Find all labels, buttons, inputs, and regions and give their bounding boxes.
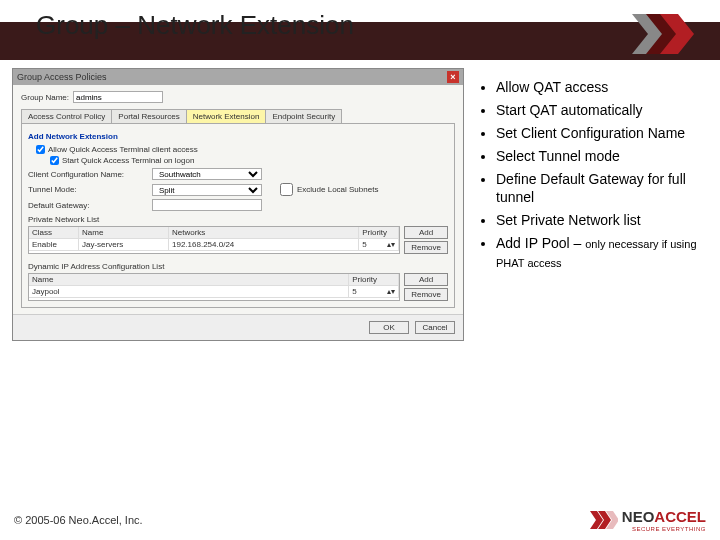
stepper-icon[interactable]: ▴▾ bbox=[387, 287, 395, 296]
ip-pool-table: Name Priority Jaypool 5▴▾ bbox=[28, 273, 400, 301]
list-item: Set Private Network list bbox=[496, 211, 710, 230]
private-network-label: Private Network List bbox=[28, 215, 448, 224]
list-item: Add IP Pool – only necessary if using PH… bbox=[496, 234, 710, 272]
tunnel-mode-select[interactable]: Split bbox=[152, 184, 262, 196]
dialog-title-text: Group Access Policies bbox=[17, 72, 107, 82]
list-item: Allow QAT access bbox=[496, 78, 710, 97]
list-item: Define Default Gateway for full tunnel bbox=[496, 170, 710, 208]
group-name-label: Group Name: bbox=[21, 93, 69, 102]
ip-add-button[interactable]: Add bbox=[404, 273, 448, 286]
stepper-icon[interactable]: ▴▾ bbox=[387, 240, 395, 249]
slide-footer: © 2005-06 Neo.Accel, Inc. NEOACCEL SECUR… bbox=[0, 500, 720, 540]
group-name-input[interactable] bbox=[73, 91, 163, 103]
ok-button[interactable]: OK bbox=[369, 321, 409, 334]
logo-mark-icon bbox=[590, 507, 618, 533]
close-icon[interactable]: × bbox=[447, 71, 459, 83]
list-item: Set Client Configuration Name bbox=[496, 124, 710, 143]
list-item: Start QAT automatically bbox=[496, 101, 710, 120]
default-gateway-label: Default Gateway: bbox=[28, 201, 148, 210]
net-remove-button[interactable]: Remove bbox=[404, 241, 448, 254]
ip-remove-button[interactable]: Remove bbox=[404, 288, 448, 301]
dialog-titlebar: Group Access Policies × bbox=[13, 69, 463, 85]
list-item: Select Tunnel mode bbox=[496, 147, 710, 166]
table-row[interactable]: Enable Jay-servers 192.168.254.0/24 5▴▾ bbox=[29, 239, 399, 251]
start-qat-checkbox[interactable] bbox=[50, 156, 59, 165]
tab-endpoint-security[interactable]: Endpoint Security bbox=[265, 109, 342, 123]
slide-header: Group – Network Extension bbox=[0, 0, 720, 60]
chevron-decor bbox=[632, 14, 702, 54]
copyright-text: © 2005-06 Neo.Accel, Inc. bbox=[14, 514, 143, 526]
tab-access-control[interactable]: Access Control Policy bbox=[21, 109, 112, 123]
client-conf-label: Client Configuration Name: bbox=[28, 170, 148, 179]
group-policies-dialog: Group Access Policies × Group Name: Acce… bbox=[12, 68, 464, 341]
tab-portal-resources[interactable]: Portal Resources bbox=[111, 109, 186, 123]
section-add-header: Add Network Extension bbox=[28, 132, 448, 141]
slide-title: Group – Network Extension bbox=[36, 10, 354, 41]
tab-bar: Access Control Policy Portal Resources N… bbox=[21, 109, 455, 124]
tab-network-extension[interactable]: Network Extension bbox=[186, 109, 267, 123]
client-conf-select[interactable]: Southwatch bbox=[152, 168, 262, 180]
table-row[interactable]: Jaypool 5▴▾ bbox=[29, 286, 399, 298]
exclude-subnets-checkbox[interactable] bbox=[280, 183, 293, 196]
allow-qat-checkbox[interactable] bbox=[36, 145, 45, 154]
bullet-list: Allow QAT access Start QAT automatically… bbox=[464, 60, 720, 341]
default-gateway-input[interactable] bbox=[152, 199, 262, 211]
private-network-table: Class Name Networks Priority Enable Jay-… bbox=[28, 226, 400, 254]
cancel-button[interactable]: Cancel bbox=[415, 321, 455, 334]
dynamic-ip-label: Dynamic IP Address Configuration List bbox=[28, 262, 448, 271]
neoaccel-logo: NEOACCEL SECURE EVERYTHING bbox=[590, 507, 706, 533]
tunnel-mode-label: Tunnel Mode: bbox=[28, 185, 148, 194]
net-add-button[interactable]: Add bbox=[404, 226, 448, 239]
